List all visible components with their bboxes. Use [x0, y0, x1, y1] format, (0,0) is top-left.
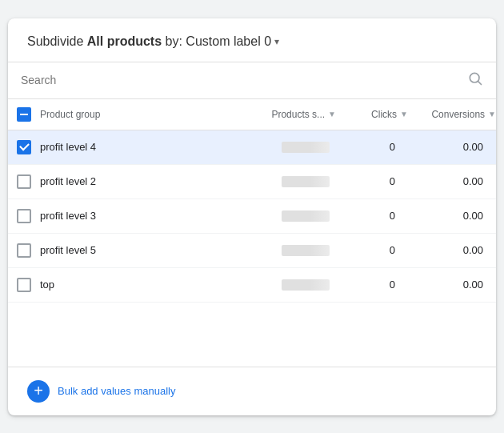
row-clicks: 0	[336, 210, 408, 222]
col-products-label: Products s...	[271, 109, 325, 120]
table-row[interactable]: profit level 2 0 0.00	[8, 165, 496, 199]
table-row[interactable]: profit level 4 0 0.00	[8, 130, 496, 165]
row-products	[240, 279, 336, 291]
bulk-add-link[interactable]: Bulk add values manually	[58, 385, 175, 397]
row-name: top	[40, 279, 240, 291]
row-checkbox-cell[interactable]	[8, 209, 40, 223]
checkbox-checked[interactable]	[17, 140, 31, 154]
dropdown-label: Custom label 0	[186, 34, 271, 49]
main-card: Subdivide All products by: Custom label …	[8, 18, 496, 415]
search-input[interactable]	[21, 74, 467, 86]
row-products	[240, 210, 336, 222]
products-redacted-bar	[282, 279, 330, 291]
row-checkbox-cell[interactable]	[8, 174, 40, 189]
sort-icon: ▼	[328, 110, 336, 118]
col-products[interactable]: Products s... ▼	[240, 109, 336, 120]
table-row[interactable]: top 0 0.00	[8, 268, 496, 303]
header-bold: All products	[87, 34, 162, 48]
row-products	[240, 245, 336, 256]
products-redacted-bar	[282, 142, 330, 153]
svg-point-0	[470, 73, 479, 82]
sort-clicks-icon: ▼	[400, 110, 408, 118]
select-all-minus-button[interactable]	[17, 107, 31, 122]
subdivide-dropdown[interactable]: Custom label 0 ▾	[186, 34, 279, 49]
col-conversions[interactable]: Conversions ▼	[408, 109, 496, 120]
row-products	[240, 176, 336, 187]
col-clicks[interactable]: Clicks ▼	[336, 109, 408, 120]
row-name: profit level 2	[40, 175, 240, 187]
products-redacted-bar	[282, 245, 330, 256]
row-clicks: 0	[336, 175, 408, 187]
spacer	[8, 303, 496, 367]
row-name: profit level 3	[40, 210, 240, 222]
search-icon	[467, 70, 483, 90]
row-clicks: 0	[336, 141, 408, 153]
products-redacted-bar	[282, 210, 330, 222]
row-clicks: 0	[336, 244, 408, 256]
checkbox-unchecked[interactable]	[17, 174, 31, 189]
col-conversions-label: Conversions	[431, 109, 485, 120]
header: Subdivide All products by: Custom label …	[8, 18, 496, 62]
svg-line-1	[478, 81, 482, 84]
row-clicks: 0	[336, 279, 408, 291]
sort-conversions-icon: ▼	[488, 110, 496, 118]
table-row[interactable]: profit level 3 0 0.00	[8, 199, 496, 234]
chevron-down-icon: ▾	[274, 36, 279, 47]
row-conversions: 0.00	[408, 210, 496, 222]
header-middle: by:	[166, 34, 182, 48]
checkbox-unchecked[interactable]	[17, 243, 31, 258]
row-checkbox-cell[interactable]	[8, 140, 40, 154]
checkbox-unchecked[interactable]	[17, 209, 31, 223]
col-clicks-label: Clicks	[371, 109, 397, 120]
table-header: Product group Products s... ▼ Clicks ▼ C…	[8, 99, 496, 130]
checkbox-unchecked[interactable]	[17, 278, 31, 292]
row-products	[240, 142, 336, 153]
row-conversions: 0.00	[408, 175, 496, 187]
table-body: profit level 4 0 0.00 profit level 2 0 0…	[8, 130, 496, 303]
row-conversions: 0.00	[408, 244, 496, 256]
row-checkbox-cell[interactable]	[8, 243, 40, 258]
search-bar	[8, 62, 496, 99]
row-name: profit level 4	[40, 141, 240, 153]
header-checkbox-cell[interactable]	[8, 107, 40, 122]
products-redacted-bar	[282, 176, 330, 187]
row-conversions: 0.00	[408, 141, 496, 153]
row-name: profit level 5	[40, 244, 240, 256]
col-product-group: Product group	[40, 109, 240, 120]
table-row[interactable]: profit level 5 0 0.00	[8, 234, 496, 268]
add-button[interactable]	[27, 380, 50, 403]
header-prefix: Subdivide	[27, 34, 83, 48]
col-product-group-label: Product group	[40, 109, 100, 120]
footer: Bulk add values manually	[8, 367, 496, 415]
row-conversions: 0.00	[408, 279, 496, 291]
row-checkbox-cell[interactable]	[8, 278, 40, 292]
